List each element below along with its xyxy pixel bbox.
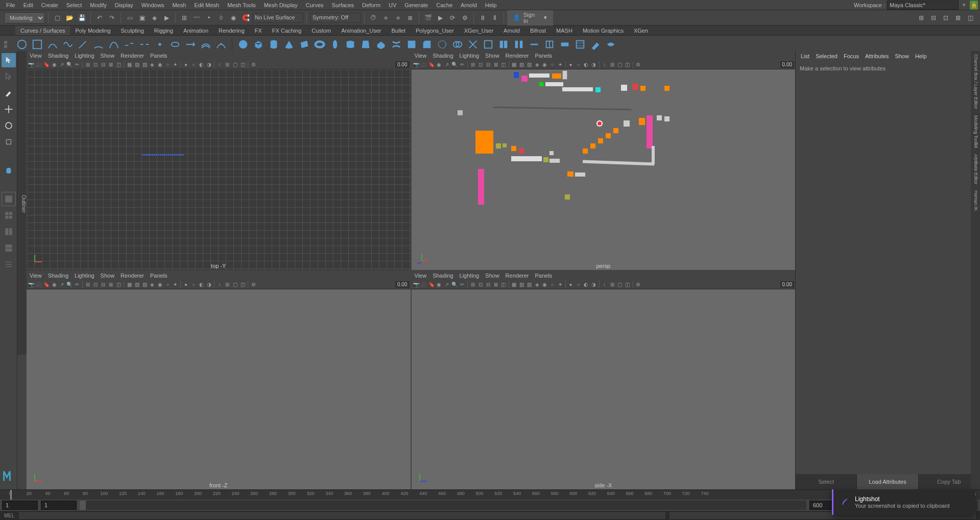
viewport-tool-1[interactable]: 🎥 (420, 281, 427, 288)
menu-curves[interactable]: Curves (302, 0, 328, 10)
viewport-tool-23[interactable]: ○ (190, 61, 197, 68)
menu-help[interactable]: Help (481, 0, 501, 10)
shelf-tab-custom[interactable]: Custom (306, 26, 336, 35)
viewport-tool-27[interactable]: ↕ (216, 61, 223, 68)
viewport-tool-18[interactable]: ◉ (541, 281, 548, 288)
viewport-tool-3[interactable]: ◉ (436, 281, 443, 288)
viewport-menu-lighting[interactable]: Lighting (460, 273, 480, 279)
viewport-menu-panels[interactable]: Panels (535, 273, 552, 279)
viewport-tool-3[interactable]: ◉ (436, 61, 443, 68)
scale-tool[interactable] (2, 135, 16, 149)
viewport-tool-17[interactable]: ◈ (149, 281, 156, 288)
loft-icon[interactable] (344, 38, 357, 51)
viewport-tool-28[interactable]: ⊞ (609, 61, 616, 68)
boundary-icon[interactable] (405, 38, 418, 51)
attr-tab-attributes[interactable]: Attributes (865, 53, 889, 59)
viewport-menu-renderer[interactable]: Renderer (121, 273, 144, 279)
shelf-tab-sculpting[interactable]: Sculpting (116, 26, 149, 35)
intersect-icon[interactable] (451, 38, 464, 51)
side-tab-channel-box---layer-editor[interactable]: Channel Box / Layer Editor (971, 51, 980, 112)
snap-curve-icon[interactable]: 〰 (191, 12, 202, 23)
select-button[interactable]: Select (796, 474, 857, 489)
viewport-menu-panels[interactable]: Panels (150, 53, 168, 59)
construction-history-icon[interactable]: ≣ (404, 12, 416, 23)
viewport-menu-renderer[interactable]: Renderer (121, 53, 144, 59)
viewport-tool-4[interactable]: ↗ (443, 281, 450, 288)
menu-display[interactable]: Display (111, 0, 137, 10)
viewport-tool-18[interactable]: ◉ (156, 61, 163, 68)
shelf-tab-mash[interactable]: MASH (551, 26, 578, 35)
surface-edit-icon[interactable] (604, 38, 617, 51)
attr-tab-help[interactable]: Help (915, 53, 927, 59)
shelf-tab-xgen[interactable]: XGen (629, 26, 653, 35)
extend-surf-icon[interactable] (558, 38, 571, 51)
viewport-menu-shading[interactable]: Shading (48, 53, 68, 59)
redo-icon[interactable]: ↷ (106, 12, 117, 23)
viewport-tool-16[interactable]: ▨ (526, 61, 533, 68)
viewport-tool-2[interactable]: 🔖 (428, 61, 435, 68)
untrim-icon[interactable] (482, 38, 495, 51)
menu-uv[interactable]: UV (385, 0, 400, 10)
nurbs-plane-icon[interactable] (298, 38, 311, 51)
shelf-tab-fx-caching[interactable]: FX Caching (267, 26, 306, 35)
viewport-tool-0[interactable]: 📷 (28, 61, 35, 68)
ipr-render-icon[interactable]: ⟳ (447, 12, 458, 23)
move-tool[interactable] (2, 102, 16, 116)
viewport-tool-17[interactable]: ◈ (149, 61, 156, 68)
lock-icon[interactable]: 🔒 (970, 1, 978, 10)
project-curve-icon[interactable] (436, 38, 449, 51)
make-live-icon[interactable]: 🧲 (240, 12, 251, 23)
viewport-tool-16[interactable]: ▨ (141, 281, 148, 288)
undo-icon[interactable]: ↶ (94, 12, 105, 23)
viewport-tool-9[interactable]: ⊡ (477, 281, 484, 288)
viewport-tool-15[interactable]: ▧ (518, 281, 525, 288)
viewport-tool-19[interactable]: ○ (549, 61, 556, 68)
render-frame-icon[interactable]: ▶ (435, 12, 446, 23)
viewport-tool-23[interactable]: ○ (190, 281, 197, 288)
last-tool[interactable] (2, 163, 16, 178)
history-icon[interactable]: ⏱ (368, 12, 379, 23)
playback-start-icon[interactable]: Ⅱ (489, 12, 500, 23)
viewport-tool-30[interactable]: ◫ (624, 281, 631, 288)
menu-modify[interactable]: Modify (86, 0, 110, 10)
viewport-tool-14[interactable]: ▦ (126, 61, 133, 68)
viewport-tool-0[interactable]: 📷 (413, 281, 420, 288)
playback-start-field[interactable] (41, 501, 77, 510)
shelf-tab-polygons-user[interactable]: Polygons_User (411, 26, 459, 35)
range-handle[interactable] (80, 501, 86, 510)
menu-mesh-display[interactable]: Mesh Display (260, 0, 302, 10)
viewport-tool-23[interactable]: ○ (575, 61, 582, 68)
shelf-tab-animation-user[interactable]: Animation_User (336, 26, 386, 35)
viewport-tool-32[interactable]: ⚙ (635, 61, 642, 68)
menu-edit[interactable]: Edit (19, 0, 37, 10)
shelf-tab-animation[interactable]: Animation (178, 26, 213, 35)
live-surface-select[interactable]: No Live Surface (252, 13, 303, 23)
viewport-tool-22[interactable]: ● (567, 281, 575, 288)
nurbs-torus-icon[interactable] (313, 38, 326, 51)
rebuild-curve-icon[interactable] (169, 38, 182, 51)
viewport-tool-14[interactable]: ▦ (511, 61, 518, 68)
cv-curve-icon[interactable] (61, 38, 75, 51)
viewport-menu-show[interactable]: Show (485, 273, 499, 279)
menu-generate[interactable]: Generate (400, 0, 432, 10)
mode-select[interactable]: Modeling (4, 12, 45, 23)
viewport-tool-32[interactable]: ⚙ (635, 281, 642, 288)
viewport-tool-29[interactable]: ▢ (231, 61, 238, 68)
viewport-tool-16[interactable]: ▨ (141, 61, 148, 68)
new-scene-icon[interactable]: ▢ (52, 12, 63, 23)
attr-tab-list[interactable]: List (801, 53, 809, 59)
panel-layout-2-icon[interactable]: ⊟ (928, 12, 939, 23)
range-slider[interactable] (80, 501, 806, 510)
viewport-menu-show[interactable]: Show (101, 273, 115, 279)
nurbs-sphere-icon[interactable] (236, 38, 250, 51)
render-view-icon[interactable]: 🎬 (422, 12, 434, 23)
menu-mesh-tools[interactable]: Mesh Tools (223, 0, 259, 10)
shelf-tab-arnold[interactable]: Arnold (498, 26, 525, 35)
viewport-tool-25[interactable]: ◑ (205, 281, 212, 288)
viewport-tool-1[interactable]: 🎥 (35, 61, 42, 68)
panel-layout-1-icon[interactable]: ⊞ (916, 12, 927, 23)
viewport-tool-19[interactable]: ○ (164, 61, 171, 68)
viewport-tool-9[interactable]: ⊡ (92, 281, 99, 288)
viewport-tool-5[interactable]: 🔍 (451, 61, 458, 68)
viewport-tool-5[interactable]: 🔍 (451, 281, 458, 288)
